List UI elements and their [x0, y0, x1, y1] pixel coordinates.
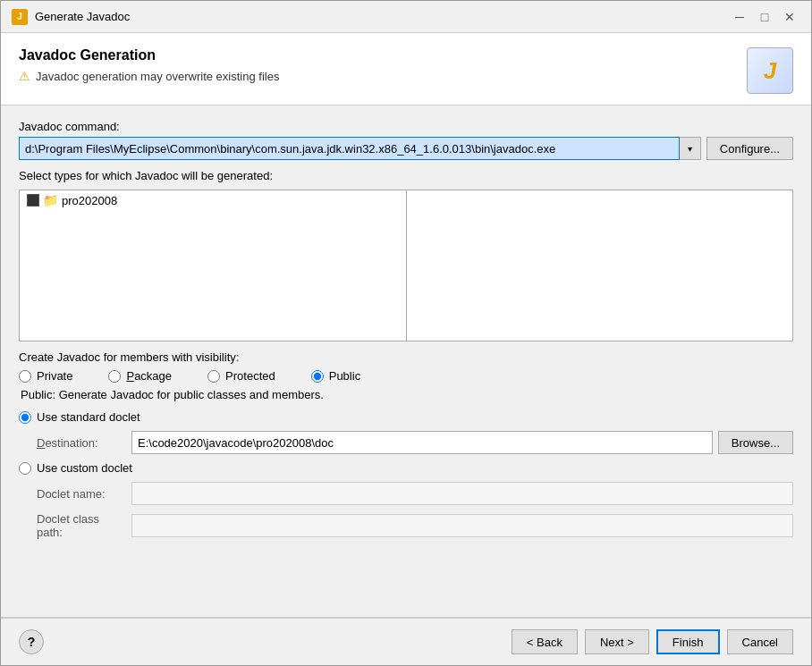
finish-button[interactable]: Finish	[656, 629, 720, 654]
header-text: Javadoc Generation ⚠ Javadoc generation …	[19, 47, 279, 83]
visibility-note: Public: Generate Javadoc for public clas…	[21, 388, 793, 401]
dialog-title: Generate Javadoc	[35, 10, 130, 23]
doclet-name-input	[131, 482, 793, 505]
javadoc-command-field: Javadoc command: ▾ Configure...	[19, 120, 793, 160]
java-icon-label: J	[764, 57, 776, 85]
radio-public-input[interactable]	[311, 370, 324, 383]
types-panels: 📁 pro202008	[19, 190, 793, 341]
title-bar: J Generate Javadoc ─ □ ✕	[1, 1, 811, 33]
warning-text: Javadoc generation may overwrite existin…	[36, 70, 279, 83]
custom-doclet-label: Use custom doclet	[37, 461, 132, 475]
radio-protected-input[interactable]	[207, 370, 220, 383]
doclet-classpath-row: Doclet class path:	[37, 512, 793, 539]
destination-input[interactable]	[131, 431, 713, 454]
radio-private-label: Private	[37, 369, 72, 383]
tree-item-pro202008[interactable]: 📁 pro202008	[20, 190, 406, 210]
configure-button[interactable]: Configure...	[706, 137, 793, 160]
doclet-name-row: Doclet name:	[37, 482, 793, 505]
standard-doclet-row: Use standard doclet	[19, 410, 793, 424]
tree-item-label: pro202008	[62, 194, 117, 207]
javadoc-command-dropdown-arrow[interactable]: ▾	[680, 137, 701, 160]
visibility-radio-row: Private Package Protected Public	[19, 369, 793, 383]
radio-package-label: Package	[126, 369, 172, 383]
custom-doclet-radio[interactable]	[19, 462, 31, 475]
visibility-label: Create Javadoc for members with visibili…	[19, 350, 793, 364]
title-bar-controls: ─ □ ✕	[729, 6, 800, 28]
types-section: Select types for which Javadoc will be g…	[19, 169, 793, 341]
footer-left: ?	[19, 629, 44, 654]
radio-package: Package	[108, 369, 172, 383]
cancel-button[interactable]: Cancel	[727, 629, 793, 654]
footer-right: < Back Next > Finish Cancel	[512, 629, 793, 654]
page-title: Javadoc Generation	[19, 47, 279, 63]
visibility-section: Create Javadoc for members with visibili…	[19, 350, 793, 401]
maximize-button[interactable]: □	[754, 6, 775, 28]
radio-protected: Protected	[207, 369, 275, 383]
types-label: Select types for which Javadoc will be g…	[19, 169, 793, 182]
header-section: Javadoc Generation ⚠ Javadoc generation …	[1, 33, 811, 105]
folder-icon: 📁	[43, 193, 58, 207]
help-button[interactable]: ?	[19, 629, 44, 654]
destination-row: Destination: Browse...	[37, 431, 793, 454]
types-tree-panel[interactable]: 📁 pro202008	[19, 190, 407, 341]
back-button[interactable]: < Back	[512, 629, 578, 654]
doclet-section: Use standard doclet Destination: Browse.…	[19, 410, 793, 539]
javadoc-command-row: ▾ Configure...	[19, 137, 793, 160]
doclet-name-label: Doclet name:	[37, 487, 126, 501]
dialog-icon: J	[12, 9, 28, 25]
footer: ? < Back Next > Finish Cancel	[1, 618, 811, 665]
warning-message: ⚠ Javadoc generation may overwrite exist…	[19, 69, 279, 83]
radio-private: Private	[19, 369, 72, 383]
doclet-classpath-label: Doclet class path:	[37, 512, 126, 539]
radio-private-input[interactable]	[19, 370, 31, 383]
radio-public-label: Public	[329, 369, 360, 383]
custom-doclet-row: Use custom doclet	[19, 461, 793, 475]
destination-browse-button[interactable]: Browse...	[718, 431, 793, 454]
next-button[interactable]: Next >	[585, 629, 649, 654]
doclet-classpath-input	[131, 514, 793, 537]
javadoc-command-combo: ▾	[19, 137, 701, 160]
standard-doclet-radio[interactable]	[19, 411, 31, 424]
java-logo-icon: J	[747, 47, 793, 94]
radio-protected-label: Protected	[225, 369, 275, 383]
tree-checkbox[interactable]	[27, 194, 39, 207]
standard-doclet-label: Use standard doclet	[37, 410, 140, 424]
title-bar-left: J Generate Javadoc	[12, 9, 130, 25]
javadoc-command-label: Javadoc command:	[19, 120, 793, 133]
types-detail-panel[interactable]	[407, 190, 794, 341]
warning-icon: ⚠	[19, 69, 30, 83]
close-button[interactable]: ✕	[779, 6, 800, 28]
javadoc-command-input[interactable]	[19, 137, 680, 160]
destination-label: Destination:	[37, 436, 126, 450]
generate-javadoc-dialog: J Generate Javadoc ─ □ ✕ Javadoc Generat…	[0, 0, 812, 666]
body-section: Javadoc command: ▾ Configure... Select t…	[1, 105, 811, 617]
radio-package-input[interactable]	[108, 370, 121, 383]
minimize-button[interactable]: ─	[729, 6, 750, 28]
radio-public: Public	[311, 369, 360, 383]
